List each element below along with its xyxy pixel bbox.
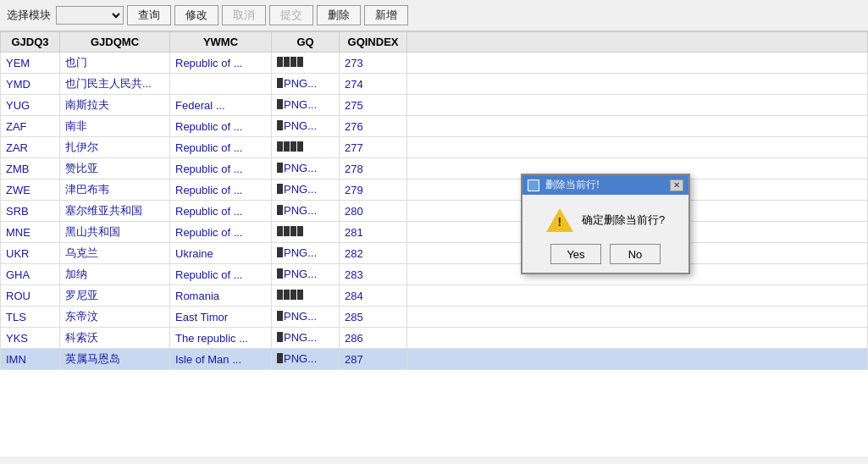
cell-gqindex: 278 [340,158,407,180]
module-select[interactable] [56,6,124,25]
table-row[interactable]: IMN英属马恩岛Isle of Man ...PNG...287 [1,349,868,370]
cell-ywmc: Republic of ... [170,137,272,158]
table-row[interactable]: UKR乌克兰UkrainePNG...282 [1,243,868,264]
table-row[interactable]: MNE黑山共和国Republic of ...281 [1,222,868,243]
cell-rest [407,95,868,116]
cell-ywmc: Ukraine [170,243,272,264]
table-row[interactable]: SRB塞尔维亚共和国Republic of ...PNG...280 [1,201,868,222]
table-row[interactable]: ZAF南非Republic of ...PNG...276 [1,116,868,137]
cell-ywmc: East Timor [170,307,272,328]
table-row[interactable]: ZWE津巴布韦Republic of ...PNG...279 [1,180,868,201]
cell-gjdqmc: 英属马恩岛 [60,349,170,370]
png-label: PNG... [284,98,317,111]
cell-ywmc: Republic of ... [170,52,272,74]
dialog-body: ! 确定删除当前行? Yes No [522,195,688,273]
cell-gjdqmc: 南非 [60,116,170,137]
cell-gjdqmc: 塞尔维亚共和国 [60,201,170,222]
cell-gq: PNG... [272,180,340,201]
cell-gjdqmc: 也门民主人民共... [60,74,170,95]
data-table: GJDQ3 GJDQMC YWMC GQ GQINDEX YEM也门Republ… [0,31,868,370]
cell-ywmc: Romania [170,285,272,307]
cell-gjdqmc: 扎伊尔 [60,137,170,158]
table-row[interactable]: YKS科索沃The republic ...PNG...286 [1,328,868,349]
cell-rest [407,285,868,307]
dialog-title-bar[interactable]: 删除当前行! ✕ [522,175,688,195]
cell-gqindex: 285 [340,307,407,328]
cell-gjdq3: YMD [1,74,60,95]
table-row[interactable]: YMD也门民主人民共...PNG...274 [1,74,868,95]
table-row[interactable]: ROU罗尼亚Romania284 [1,285,868,307]
cell-gq: PNG... [272,74,340,95]
table-row[interactable]: TLS东帝汶East TimorPNG...285 [1,307,868,328]
cell-ywmc: Federal ... [170,95,272,116]
cell-gjdq3: ZWE [1,180,60,201]
cell-gq: PNG... [272,116,340,137]
cell-gqindex: 283 [340,264,407,285]
dialog-buttons: Yes No [550,244,661,264]
cell-ywmc: The republic ... [170,328,272,349]
cell-gjdq3: GHA [1,264,60,285]
module-label: 选择模块 [7,8,51,23]
cell-gjdqmc: 也门 [60,52,170,74]
col-header-rest [407,32,868,52]
cell-gq: PNG... [272,328,340,349]
cell-gjdq3: ZMB [1,158,60,180]
table-row[interactable]: ZAR扎伊尔Republic of ...277 [1,137,868,158]
png-label: PNG... [284,352,317,365]
table-row[interactable]: GHA加纳Republic of ...PNG...283 [1,264,868,285]
dialog-message: 确定删除当前行? [582,213,665,228]
cell-gjdq3: TLS [1,307,60,328]
dialog-yes-button[interactable]: Yes [550,244,601,264]
delete-button[interactable]: 删除 [317,5,361,25]
dialog-no-button[interactable]: No [610,244,661,264]
cell-gjdq3: MNE [1,222,60,243]
cell-gjdq3: YUG [1,95,60,116]
cell-rest [407,328,868,349]
add-button[interactable]: 新增 [364,5,408,25]
edit-button[interactable]: 修改 [174,5,218,25]
cell-gjdqmc: 科索沃 [60,328,170,349]
cell-gq [272,222,340,243]
png-label: PNG... [284,119,317,132]
table-row[interactable]: YUG南斯拉夫Federal ...PNG...275 [1,95,868,116]
dialog-icon [528,180,539,191]
warning-exclaim: ! [558,215,562,229]
col-header-gq: GQ [272,32,340,52]
cell-rest [407,116,868,137]
cell-gqindex: 275 [340,95,407,116]
cell-ywmc: Republic of ... [170,158,272,180]
delete-dialog: 删除当前行! ✕ ! 确定删除当前行? Yes No [521,174,690,274]
table-container[interactable]: GJDQ3 GJDQMC YWMC GQ GQINDEX YEM也门Republ… [0,31,868,456]
cell-gqindex: 286 [340,328,407,349]
png-label: PNG... [284,246,317,259]
submit-button[interactable]: 提交 [269,5,313,25]
table-row[interactable]: ZMB赞比亚Republic of ...PNG...278 [1,158,868,180]
table-row[interactable]: YEM也门Republic of ...273 [1,52,868,74]
cell-gq [272,285,340,307]
dialog-close-button[interactable]: ✕ [670,180,683,191]
cell-gjdqmc: 津巴布韦 [60,180,170,201]
cell-gjdq3: ZAR [1,137,60,158]
cell-gqindex: 277 [340,137,407,158]
query-button[interactable]: 查询 [127,5,171,25]
warning-icon: ! [546,207,573,234]
cell-gjdqmc: 加纳 [60,264,170,285]
cell-gjdq3: ZAF [1,116,60,137]
cancel-button[interactable]: 取消 [222,5,266,25]
col-header-gjdq3: GJDQ3 [1,32,60,52]
cell-gqindex: 280 [340,201,407,222]
cell-gq [272,52,340,74]
cell-gq: PNG... [272,158,340,180]
png-label: PNG... [284,204,317,217]
cell-gjdq3: YKS [1,328,60,349]
cell-ywmc: Republic of ... [170,180,272,201]
png-label: PNG... [284,268,317,280]
cell-ywmc: Republic of ... [170,264,272,285]
png-label: PNG... [284,331,317,344]
dialog-title-text: 删除当前行! [545,179,599,191]
cell-gqindex: 287 [340,349,407,370]
cell-gjdq3: ROU [1,285,60,307]
cell-gqindex: 282 [340,243,407,264]
cell-ywmc: Republic of ... [170,222,272,243]
cell-ywmc: Republic of ... [170,116,272,137]
